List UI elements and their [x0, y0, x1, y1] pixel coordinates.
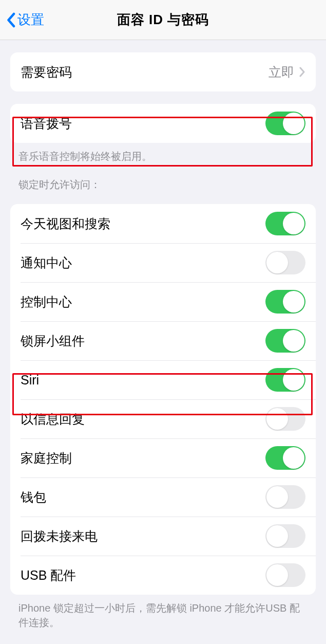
lock-widgets-row: 锁屏小组件: [10, 321, 316, 360]
back-label: 设置: [17, 11, 44, 29]
reply-message-row: 以信息回复: [10, 399, 316, 438]
chevron-right-icon: [299, 67, 305, 77]
require-passcode-value: 立即: [269, 64, 294, 81]
notification-center-row: 通知中心: [10, 243, 316, 282]
voice-dial-row: 语音拨号: [10, 104, 316, 143]
siri-label: Siri: [21, 373, 39, 388]
lock-access-group: 今天视图和搜索 通知中心 控制中心 锁屏小组件 Siri 以信息回复 家庭控制: [10, 204, 316, 595]
notification-center-label: 通知中心: [21, 254, 72, 271]
return-missed-row: 回拨未接来电: [10, 517, 316, 556]
chevron-left-icon: [6, 12, 15, 28]
voice-dial-toggle[interactable]: [265, 112, 305, 135]
siri-toggle[interactable]: [265, 368, 305, 392]
notification-center-toggle[interactable]: [265, 251, 305, 274]
navigation-header: 设置 面容 ID 与密码: [0, 0, 326, 40]
home-control-toggle[interactable]: [265, 446, 305, 470]
today-view-toggle[interactable]: [265, 212, 305, 235]
usb-toggle[interactable]: [265, 563, 305, 587]
lock-widgets-toggle[interactable]: [265, 329, 305, 353]
return-missed-toggle[interactable]: [265, 524, 305, 548]
voice-dial-footer: 音乐语音控制将始终被启用。: [18, 149, 308, 163]
usb-row: USB 配件: [10, 556, 316, 595]
wallet-toggle[interactable]: [265, 485, 305, 509]
row-right: 立即: [269, 64, 305, 81]
home-control-row: 家庭控制: [10, 438, 316, 477]
return-missed-label: 回拨未接来电: [21, 528, 98, 545]
usb-footer: iPhone 锁定超过一小时后，需先解锁 iPhone 才能允许USB 配件连接…: [18, 601, 308, 630]
control-center-row: 控制中心: [10, 282, 316, 321]
reply-message-toggle[interactable]: [265, 407, 305, 431]
voice-dial-group: 语音拨号: [10, 104, 316, 143]
require-passcode-row[interactable]: 需要密码 立即: [10, 52, 316, 91]
siri-row: Siri: [10, 360, 316, 399]
lock-widgets-label: 锁屏小组件: [21, 333, 85, 349]
today-view-label: 今天视图和搜索: [21, 215, 110, 232]
require-passcode-group: 需要密码 立即: [10, 52, 316, 91]
control-center-toggle[interactable]: [265, 290, 305, 314]
usb-label: USB 配件: [21, 567, 76, 584]
today-view-row: 今天视图和搜索: [10, 204, 316, 243]
voice-dial-label: 语音拨号: [21, 115, 72, 132]
back-button[interactable]: 设置: [0, 11, 44, 29]
control-center-label: 控制中心: [21, 293, 72, 310]
wallet-label: 钱包: [21, 489, 46, 506]
wallet-row: 钱包: [10, 477, 316, 517]
reply-message-label: 以信息回复: [21, 411, 85, 428]
lock-access-section-header: 锁定时允许访问：: [18, 178, 308, 192]
home-control-label: 家庭控制: [21, 450, 72, 467]
page-title: 面容 ID 与密码: [117, 11, 209, 29]
require-passcode-label: 需要密码: [21, 64, 72, 81]
